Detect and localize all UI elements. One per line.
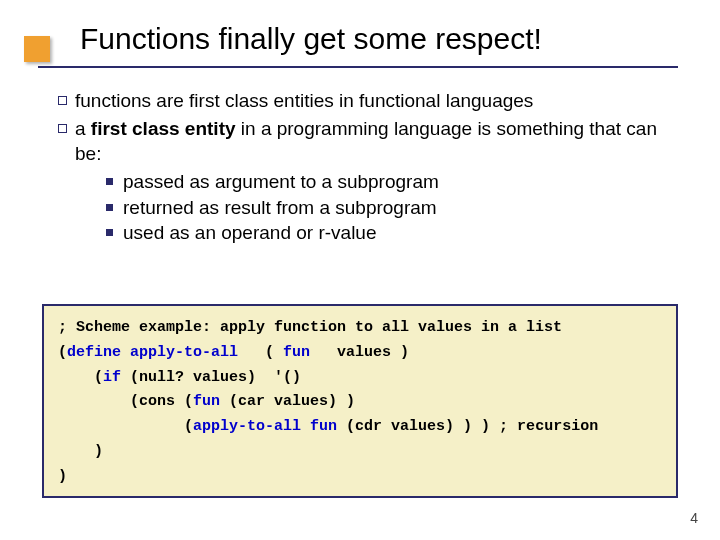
function-name: apply-to-all xyxy=(130,344,238,361)
sub-bullet-item: used as an operand or r-value xyxy=(106,220,678,246)
code-line: ; Scheme example: apply function to all … xyxy=(58,319,562,336)
bullet-text: functions are first class entities in fu… xyxy=(75,88,678,114)
code-example-box: ; Scheme example: apply function to all … xyxy=(42,304,678,498)
code-line: ) xyxy=(58,468,67,485)
filled-square-bullet-icon xyxy=(106,204,113,211)
code-fragment: values ) xyxy=(310,344,409,361)
page-number: 4 xyxy=(690,510,698,526)
content-area: functions are first class entities in fu… xyxy=(58,88,678,246)
function-call: fun xyxy=(193,393,220,410)
emphasized-text: first class entity xyxy=(91,118,236,139)
parameter-name: fun xyxy=(283,344,310,361)
code-fragment: (cons ( xyxy=(58,393,193,410)
code-fragment: (car values) ) xyxy=(220,393,355,410)
code-fragment: ( xyxy=(238,344,283,361)
code-fragment: ( xyxy=(58,344,67,361)
square-bullet-icon xyxy=(58,96,67,105)
code-fragment: (cdr values) ) ) ; recursion xyxy=(337,418,598,435)
bullet-text: a first class entity in a programming la… xyxy=(75,116,678,167)
filled-square-bullet-icon xyxy=(106,229,113,236)
function-call: apply-to-all xyxy=(193,418,301,435)
sub-bullet-item: passed as argument to a subprogram xyxy=(106,169,678,195)
code-fragment xyxy=(121,344,130,361)
title-container: Functions finally get some respect! xyxy=(80,22,542,56)
bullet-item: a first class entity in a programming la… xyxy=(58,116,678,167)
sub-bullet-text: used as an operand or r-value xyxy=(123,220,678,246)
bullet-item: functions are first class entities in fu… xyxy=(58,88,678,114)
code-line: ) xyxy=(58,443,103,460)
code-fragment: ( xyxy=(58,418,193,435)
sub-bullet-text: returned as result from a subprogram xyxy=(123,195,678,221)
keyword-if: if xyxy=(103,369,121,386)
code-fragment xyxy=(301,418,310,435)
sub-bullet-list: passed as argument to a subprogram retur… xyxy=(106,169,678,246)
sub-bullet-text: passed as argument to a subprogram xyxy=(123,169,678,195)
decorative-square xyxy=(24,36,50,62)
filled-square-bullet-icon xyxy=(106,178,113,185)
keyword-define: define xyxy=(67,344,121,361)
parameter-ref: fun xyxy=(310,418,337,435)
square-bullet-icon xyxy=(58,124,67,133)
code-fragment: ( xyxy=(58,369,103,386)
sub-bullet-item: returned as result from a subprogram xyxy=(106,195,678,221)
horizontal-rule xyxy=(38,66,678,68)
slide-title: Functions finally get some respect! xyxy=(80,22,542,56)
text-fragment: a xyxy=(75,118,91,139)
code-fragment: (null? values) '() xyxy=(121,369,301,386)
